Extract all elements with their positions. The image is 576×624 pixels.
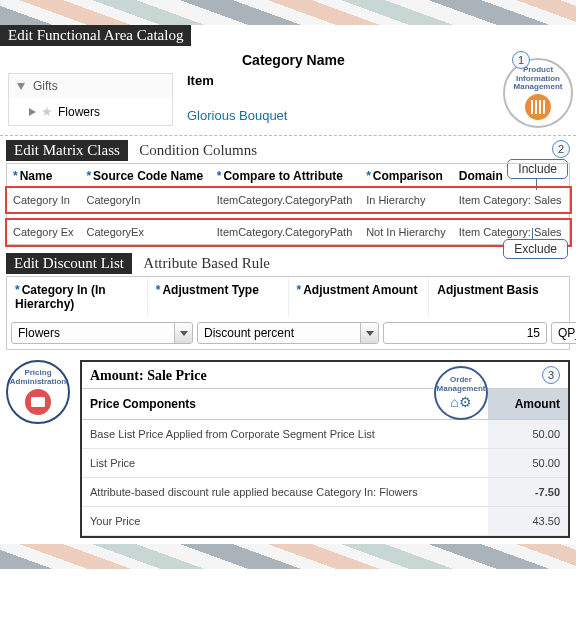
adj-type-select[interactable] bbox=[197, 322, 379, 344]
pim-badge: ProductInformationManagement bbox=[503, 58, 573, 128]
table-row: Attribute-based discount rule applied be… bbox=[82, 478, 568, 507]
adj-basis-input[interactable] bbox=[552, 326, 576, 340]
dropdown-icon[interactable] bbox=[360, 323, 378, 343]
table-row: Base List Price Applied from Corporate S… bbox=[82, 420, 568, 449]
decorative-band-bottom bbox=[0, 544, 576, 569]
section-edit-catalog: Edit Functional Area Catalog 1 ProductIn… bbox=[0, 25, 576, 131]
step-badge-1: 1 bbox=[512, 51, 530, 69]
section-divider bbox=[0, 135, 576, 136]
amount-card-title: Amount: Sale Price bbox=[82, 362, 568, 388]
tree-node-flowers[interactable]: ★ Flowers bbox=[9, 98, 172, 125]
section3-title: Edit Discount List bbox=[6, 253, 132, 274]
order-mgmt-badge: OrderManagement ⌂⚙ bbox=[434, 366, 488, 420]
price-components-table: Price ComponentsAmount Base List Price A… bbox=[82, 388, 568, 536]
condition-columns-table: *Name *Source Code Name *Compare to Attr… bbox=[6, 163, 570, 245]
dropdown-icon[interactable] bbox=[174, 323, 192, 343]
category-tree-panel: Gifts ★ Flowers bbox=[8, 73, 173, 126]
table-header-row: *Name *Source Code Name *Compare to Attr… bbox=[7, 164, 570, 189]
table-row-exclude[interactable]: Category Ex CategoryEx ItemCategory.Cate… bbox=[7, 220, 570, 245]
category-select-input[interactable] bbox=[12, 326, 174, 340]
table-row: List Price50.00 bbox=[82, 449, 568, 478]
item-column-header: Item bbox=[187, 73, 287, 88]
org-icon: ⌂⚙ bbox=[450, 394, 471, 410]
amount-card: 3 OrderManagement ⌂⚙ Amount: Sale Price … bbox=[80, 360, 570, 538]
section-edit-discount: Edit Discount List Attribute Based Rule … bbox=[0, 249, 576, 354]
category-name-header: Category Name bbox=[242, 52, 345, 68]
star-icon: ★ bbox=[41, 104, 53, 119]
step-badge-3: 3 bbox=[542, 366, 560, 384]
table-row: Your Price43.50 bbox=[82, 507, 568, 536]
section-amount: PricingAdministration 3 OrderManagement … bbox=[0, 354, 576, 544]
category-select[interactable] bbox=[11, 322, 193, 344]
adj-amount-input[interactable] bbox=[383, 322, 547, 344]
tree-node-gifts[interactable]: Gifts bbox=[9, 74, 172, 98]
expand-right-icon bbox=[29, 108, 36, 116]
section1-title: Edit Functional Area Catalog bbox=[0, 25, 191, 46]
decorative-band-top bbox=[0, 0, 576, 25]
section2-title: Edit Matrix Class bbox=[6, 140, 128, 161]
table-row-include[interactable]: Category In CategoryIn ItemCategory.Cate… bbox=[7, 188, 570, 212]
ticket-icon bbox=[25, 389, 51, 415]
section-edit-matrix: Edit Matrix Class Condition Columns 2 In… bbox=[0, 138, 576, 249]
section2-subtitle: Condition Columns bbox=[131, 140, 265, 161]
barcode-icon bbox=[525, 94, 551, 120]
adj-type-input[interactable] bbox=[198, 326, 360, 340]
adj-basis-select[interactable] bbox=[551, 322, 576, 344]
pricing-admin-badge: PricingAdministration bbox=[6, 360, 70, 424]
item-link[interactable]: Glorious Bouquet bbox=[187, 108, 287, 123]
section3-subtitle: Attribute Based Rule bbox=[135, 253, 278, 274]
expand-down-icon bbox=[17, 83, 25, 90]
step-badge-2: 2 bbox=[552, 140, 570, 158]
abr-header-row: *Category In (In Hierarchy) *Adjustment … bbox=[7, 277, 569, 317]
